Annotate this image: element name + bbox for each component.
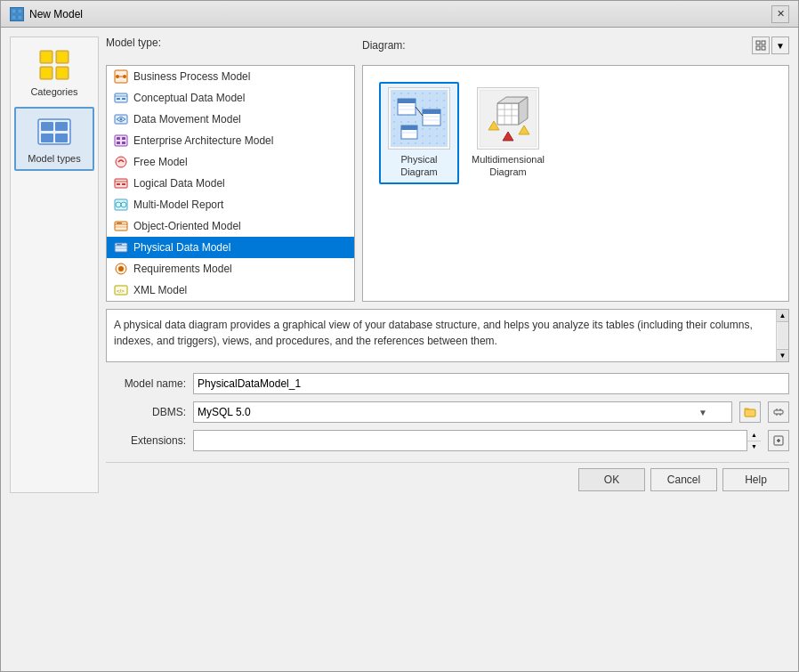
extensions-row: Extensions: ▲ ▼: [106, 430, 789, 451]
ext-down-btn[interactable]: ▼: [747, 441, 761, 452]
diagram-items: Physical Diagram: [372, 75, 779, 191]
svg-point-98: [393, 128, 395, 130]
model-name-row: Model name:: [106, 373, 789, 394]
svg-rect-18: [762, 41, 765, 45]
diagram-grid[interactable]: Physical Diagram: [362, 65, 789, 302]
sidebar-item-categories[interactable]: Categories: [14, 41, 94, 103]
app-icon: [10, 7, 24, 21]
svg-point-118: [422, 142, 424, 144]
physical-diagram-label: Physical Diagram: [384, 153, 454, 179]
model-type-item-cdm[interactable]: Conceptual Data Model: [107, 87, 354, 109]
eam-icon: [114, 134, 128, 148]
close-button[interactable]: ✕: [771, 5, 789, 23]
sidebar-item-model-types[interactable]: Model types: [14, 107, 94, 171]
svg-point-120: [436, 142, 438, 144]
svg-point-36: [116, 157, 126, 167]
physical-diagram-svg: [391, 90, 448, 147]
diagram-panel: Physical Diagram: [362, 65, 789, 302]
dialog-body: Categories Model types: [1, 28, 798, 671]
svg-point-111: [429, 135, 431, 137]
svg-text:</>: </>: [117, 288, 125, 294]
model-type-item-bpm[interactable]: Business Process Model: [107, 66, 354, 87]
svg-point-61: [415, 93, 416, 94]
description-area: A physical data diagram provides a graph…: [106, 309, 789, 362]
extensions-label: Extensions:: [106, 434, 186, 447]
svg-point-92: [408, 121, 409, 123]
svg-point-80: [436, 107, 438, 109]
categories-icon: [36, 47, 72, 83]
model-type-item-xml[interactable]: </> XML Model: [107, 279, 354, 301]
model-type-panel: Business Process Model Conceptual Data M…: [106, 65, 355, 302]
svg-rect-16: [55, 134, 68, 142]
svg-rect-27: [117, 98, 120, 100]
dbms-settings-button[interactable]: [768, 401, 789, 423]
svg-rect-3: [18, 15, 22, 20]
svg-rect-17: [756, 41, 760, 45]
main-area: Categories Model types: [10, 36, 789, 493]
model-types-icon: [36, 114, 72, 150]
grid-view-icon: [755, 40, 766, 51]
svg-rect-1: [18, 9, 22, 13]
dmm-icon: [114, 112, 128, 126]
svg-rect-19: [756, 46, 760, 50]
model-name-input[interactable]: [193, 373, 789, 394]
view-grid-button[interactable]: [752, 36, 770, 54]
ok-button[interactable]: OK: [578, 468, 645, 491]
svg-point-82: [393, 114, 395, 116]
scroll-track: [778, 323, 788, 348]
svg-point-113: [443, 135, 445, 137]
svg-rect-39: [117, 183, 120, 185]
svg-rect-33: [122, 137, 125, 140]
svg-point-89: [443, 114, 445, 116]
xml-icon: </>: [114, 283, 128, 297]
svg-point-62: [422, 93, 424, 94]
svg-rect-34: [117, 142, 120, 144]
extensions-input[interactable]: [193, 430, 761, 451]
svg-point-106: [393, 135, 395, 137]
svg-rect-15: [41, 134, 53, 142]
model-type-item-dmm[interactable]: Data Movement Model: [107, 109, 354, 130]
svg-point-66: [393, 100, 395, 101]
scroll-down-btn[interactable]: ▼: [777, 349, 789, 361]
cdm-icon: [114, 91, 128, 105]
form-area: Model name: DBMS: MySQL 5.0 ▼: [106, 369, 789, 455]
ldm-icon: [114, 176, 128, 190]
model-type-item-pdm[interactable]: Physical Data Model: [107, 237, 354, 258]
description-scrollbar[interactable]: ▲ ▼: [776, 310, 788, 361]
dbms-browse-button[interactable]: [739, 401, 761, 423]
scroll-up-btn[interactable]: ▲: [777, 310, 789, 322]
dbms-select[interactable]: MySQL 5.0: [193, 401, 732, 423]
svg-rect-35: [122, 142, 125, 144]
model-type-item-free[interactable]: Free Model: [107, 151, 354, 173]
svg-point-63: [429, 93, 431, 94]
mmr-icon: [114, 198, 128, 212]
model-type-item-mmr[interactable]: Multi-Model Report: [107, 194, 354, 215]
model-type-list[interactable]: Business Process Model Conceptual Data M…: [106, 65, 355, 302]
svg-point-117: [415, 142, 416, 144]
model-type-item-req[interactable]: Requirements Model: [107, 258, 354, 279]
diagram-item-physical[interactable]: Physical Diagram: [379, 82, 459, 184]
svg-rect-132: [401, 125, 417, 130]
model-type-item-eam[interactable]: Enterprise Architecture Model: [107, 130, 354, 151]
help-button[interactable]: Help: [722, 468, 789, 491]
svg-point-90: [393, 121, 395, 123]
svg-rect-25: [115, 93, 127, 102]
svg-rect-40: [122, 183, 125, 185]
view-dropdown-button[interactable]: ▼: [771, 36, 789, 54]
model-type-item-ldm[interactable]: Logical Data Model: [107, 173, 354, 194]
sidebar: Categories Model types: [10, 36, 99, 493]
diagram-item-multidimensional[interactable]: Multidimensional Diagram: [468, 82, 548, 184]
svg-point-73: [443, 100, 445, 101]
svg-rect-32: [117, 137, 120, 140]
pdm-icon: [114, 240, 128, 255]
svg-rect-9: [58, 53, 67, 61]
svg-point-81: [443, 107, 445, 109]
extensions-browse-button[interactable]: [768, 430, 789, 451]
ext-up-btn[interactable]: ▲: [747, 430, 761, 441]
svg-point-78: [422, 107, 424, 109]
cancel-button[interactable]: Cancel: [650, 468, 717, 491]
svg-point-91: [400, 121, 402, 123]
svg-point-65: [443, 93, 445, 94]
right-area: Model type: Diagram:: [106, 36, 789, 493]
model-type-item-oom[interactable]: Object-Oriented Model: [107, 215, 354, 237]
